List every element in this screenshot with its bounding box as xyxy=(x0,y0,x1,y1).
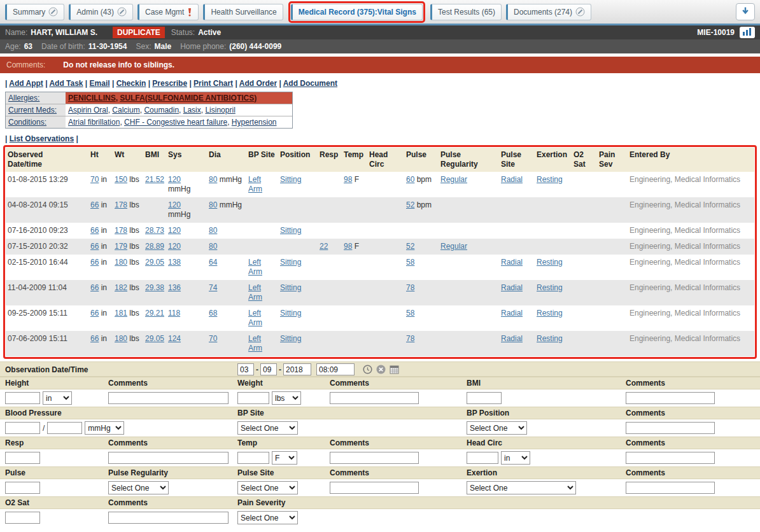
vital-value-link[interactable]: 21.52 xyxy=(145,175,164,184)
vital-value-link[interactable]: Sitting xyxy=(280,258,301,267)
vital-value-link[interactable]: 66 xyxy=(90,242,99,251)
allergies-link[interactable]: Allergies: xyxy=(8,94,39,102)
vital-value-link[interactable]: 120 xyxy=(168,200,181,209)
vital-value-link[interactable]: 66 xyxy=(90,283,99,292)
vital-value-link[interactable]: 66 xyxy=(90,258,99,267)
bp-site-select[interactable]: Select One xyxy=(237,421,298,435)
vital-value-link[interactable]: Sitting xyxy=(280,175,301,184)
vital-value-link[interactable]: 182 xyxy=(115,283,127,292)
edit-icon[interactable] xyxy=(117,7,127,17)
edit-icon[interactable] xyxy=(48,7,58,17)
vital-value-link[interactable]: Sitting xyxy=(280,283,301,292)
calendar-icon[interactable] xyxy=(390,365,399,374)
tab-documents[interactable]: Documents (274) xyxy=(506,4,591,20)
pulse-regularity-select[interactable]: Select One xyxy=(108,481,169,494)
vital-value-link[interactable]: 66 xyxy=(90,309,99,318)
vital-value-link[interactable]: 78 xyxy=(406,334,414,343)
vital-value-link[interactable]: 80 xyxy=(209,242,217,251)
action-link-checkin[interactable]: Checkin xyxy=(116,79,146,88)
vital-value-link[interactable]: Radial xyxy=(501,283,523,292)
vital-value-link[interactable]: 66 xyxy=(90,334,99,343)
height-input[interactable] xyxy=(5,392,40,404)
vital-value-link[interactable]: 70 xyxy=(90,175,99,184)
vital-value-link[interactable]: Left Arm xyxy=(248,334,262,353)
vital-value-link[interactable]: 180 xyxy=(115,334,127,343)
vital-value-link[interactable]: 28.73 xyxy=(145,226,164,235)
vital-value-link[interactable]: Radial xyxy=(501,309,523,318)
bp-systolic-input[interactable] xyxy=(5,422,40,434)
vital-value-link[interactable]: 138 xyxy=(168,258,181,267)
tab-test-results[interactable]: Test Results (65) xyxy=(430,4,502,20)
vital-value-link[interactable]: 98 xyxy=(344,175,352,184)
vital-value-link[interactable]: 80 xyxy=(209,200,217,209)
height-unit-select[interactable]: in xyxy=(43,391,72,405)
resp-input[interactable] xyxy=(5,452,40,464)
vital-value-link[interactable]: Resting xyxy=(537,283,563,292)
head-circ-comments-input[interactable] xyxy=(626,452,715,464)
clock-icon[interactable] xyxy=(363,365,372,374)
obs-day-input[interactable] xyxy=(260,363,277,375)
vital-value-link[interactable]: Sitting xyxy=(280,309,301,318)
vital-value-link[interactable]: 58 xyxy=(406,309,414,318)
allergy-item-link[interactable]: PENICILLINS xyxy=(68,94,116,102)
bp-diastolic-input[interactable] xyxy=(47,422,82,434)
vital-value-link[interactable]: 120 xyxy=(168,226,181,235)
conditions-link[interactable]: Conditions: xyxy=(8,118,46,127)
vital-value-link[interactable]: Resting xyxy=(537,309,563,318)
vital-value-link[interactable]: 66 xyxy=(90,200,99,209)
condition-link[interactable]: Hypertension xyxy=(232,118,277,127)
vital-value-link[interactable]: Resting xyxy=(537,175,563,184)
vital-value-link[interactable]: 29.05 xyxy=(145,334,164,343)
condition-link[interactable]: CHF - Congestive heart failure xyxy=(124,118,227,127)
obs-time-input[interactable] xyxy=(316,363,355,375)
action-link-prescribe[interactable]: Prescribe xyxy=(152,79,187,88)
vital-value-link[interactable]: 52 xyxy=(406,242,414,251)
vital-value-link[interactable]: Regular xyxy=(440,175,467,184)
list-observations-link[interactable]: List Observations xyxy=(10,134,74,143)
vital-value-link[interactable]: 64 xyxy=(209,258,217,267)
vital-value-link[interactable]: 29.05 xyxy=(145,258,164,267)
weight-unit-select[interactable]: lbs xyxy=(272,391,301,405)
vital-value-link[interactable]: Left Arm xyxy=(248,175,262,193)
vital-value-link[interactable]: Sitting xyxy=(280,226,301,235)
allergy-item-link[interactable]: SULFA(SULFONAMIDE ANTIBIOTICS) xyxy=(120,94,257,102)
o2-sat-comments-input[interactable] xyxy=(108,512,229,524)
condition-link[interactable]: Atrial fibrillation xyxy=(68,118,120,127)
vital-value-link[interactable]: 74 xyxy=(209,283,217,292)
vital-value-link[interactable]: Radial xyxy=(501,258,523,267)
vital-value-link[interactable]: Radial xyxy=(501,334,523,343)
tab-admin[interactable]: Admin (43) xyxy=(69,4,133,20)
vital-value-link[interactable]: 180 xyxy=(115,258,127,267)
clear-icon[interactable] xyxy=(376,365,386,374)
vital-value-link[interactable]: 28.89 xyxy=(145,242,164,251)
download-button[interactable] xyxy=(736,3,755,20)
action-link-print-chart[interactable]: Print Chart xyxy=(194,79,233,88)
vital-value-link[interactable]: 136 xyxy=(168,283,181,292)
vital-value-link[interactable]: 58 xyxy=(406,258,414,267)
vital-value-link[interactable]: 80 xyxy=(209,175,217,184)
temp-input[interactable] xyxy=(237,452,269,464)
medication-link[interactable]: Lasix xyxy=(183,106,201,115)
vital-value-link[interactable]: 29.21 xyxy=(145,309,164,318)
vital-value-link[interactable]: 70 xyxy=(209,334,217,343)
weight-comments-input[interactable] xyxy=(330,392,419,404)
vital-value-link[interactable]: 178 xyxy=(115,200,127,209)
head-circ-input[interactable] xyxy=(467,452,498,464)
weight-input[interactable] xyxy=(237,392,269,404)
edit-icon[interactable] xyxy=(575,7,585,17)
vital-value-link[interactable]: Regular xyxy=(440,242,467,251)
vital-value-link[interactable]: 78 xyxy=(406,283,414,292)
pulse-input[interactable] xyxy=(5,482,40,494)
vital-value-link[interactable]: Left Arm xyxy=(248,258,262,276)
action-link-add-document[interactable]: Add Document xyxy=(283,79,337,88)
temp-unit-select[interactable]: F xyxy=(272,451,297,465)
vital-value-link[interactable]: Resting xyxy=(537,258,563,267)
vital-value-link[interactable]: 181 xyxy=(115,309,127,318)
pulse-comments-input[interactable] xyxy=(330,482,419,494)
bp-position-select[interactable]: Select One xyxy=(467,421,527,435)
vital-value-link[interactable]: Left Arm xyxy=(248,283,262,302)
obs-year-input[interactable] xyxy=(283,363,311,375)
vital-value-link[interactable]: 120 xyxy=(168,175,181,184)
tab-health-surveillance[interactable]: Health Surveillance xyxy=(203,4,283,20)
vital-value-link[interactable]: 178 xyxy=(115,226,127,235)
